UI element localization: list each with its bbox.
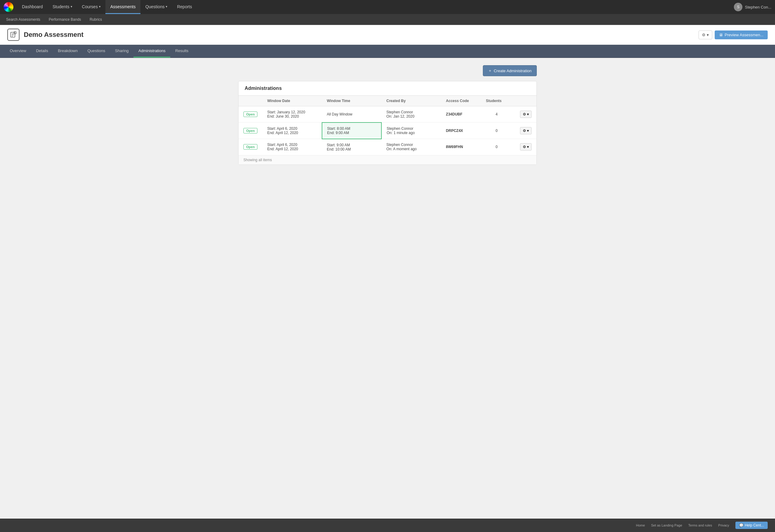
avatar: S	[734, 3, 742, 11]
table-header-row: Window Date Window Time Created By Acces…	[238, 96, 537, 106]
col-status	[238, 96, 262, 106]
nav-right: S Stephen Con...	[734, 0, 771, 14]
table-row: Open Start: April 6, 2020End: April 12, …	[238, 122, 537, 139]
footer-landing-page-link[interactable]: Set as Landing Page	[651, 523, 682, 527]
window-time-cell: Start: 9:00 AMEnd: 10:00 AM	[322, 139, 382, 155]
user-menu[interactable]: S Stephen Con...	[734, 3, 771, 11]
tab-results[interactable]: Results	[170, 45, 193, 58]
footer-home-link[interactable]: Home	[636, 523, 645, 527]
footer-privacy-link[interactable]: Privacy	[718, 523, 729, 527]
window-date-cell: Start: April 6, 2020End: April 12, 2020	[262, 139, 322, 155]
status-cell: Open	[238, 122, 262, 139]
table-card-header: Administrations	[238, 81, 537, 96]
created-by-cell: Stephen ConnorOn: Jan 12, 2020	[381, 106, 441, 122]
page-title-area: Demo Assessment	[7, 29, 83, 41]
page-title: Demo Assessment	[24, 31, 83, 39]
access-code-cell: 8W69FHN	[441, 139, 481, 155]
created-by-cell: Stephen ConnorOn: A moment ago	[381, 139, 441, 155]
window-time-cell: All Day Window	[322, 106, 382, 122]
window-time-highlighted-cell: Start: 8:00 AMEnd: 9:00 AM	[322, 122, 382, 139]
actions-cell: ⚙ ▾	[512, 106, 537, 122]
col-created-by: Created By	[381, 96, 441, 106]
page-header: Demo Assessment ⚙ ▾ 🖥 Preview Assessmen.…	[0, 25, 775, 45]
chat-icon: 💬	[739, 523, 744, 527]
tab-administrations[interactable]: Administrations	[133, 45, 170, 58]
chevron-down-icon: ▾	[527, 145, 529, 149]
footer-terms-link[interactable]: Terms and rules	[688, 523, 712, 527]
col-actions	[512, 96, 537, 106]
assessment-icon	[7, 29, 19, 41]
created-by-cell: Stephen ConnorOn: 1 minute ago	[381, 122, 441, 139]
chevron-down-icon: ▾	[166, 5, 167, 8]
col-window-time: Window Time	[322, 96, 382, 106]
nav-assessments[interactable]: Assessments	[105, 0, 140, 14]
monitor-icon: 🖥	[719, 33, 723, 37]
row-actions-button[interactable]: ⚙ ▾	[520, 143, 532, 150]
chevron-down-icon: ▾	[527, 129, 529, 133]
content-wrapper: ＋ Create Administration Administrations …	[238, 65, 537, 165]
col-students: Students	[481, 96, 512, 106]
create-button-row: ＋ Create Administration	[238, 65, 537, 76]
showing-all-label: Showing all items	[238, 155, 537, 164]
chevron-down-icon: ▾	[527, 112, 529, 116]
status-cell: Open	[238, 106, 262, 122]
subnav-rubrics[interactable]: Rubrics	[88, 17, 103, 22]
gear-settings-button[interactable]: ⚙ ▾	[699, 30, 712, 39]
tab-bar: Overview Details Breakdown Questions Sha…	[0, 45, 775, 58]
administrations-table: Window Date Window Time Created By Acces…	[238, 96, 537, 155]
gear-icon: ⚙	[523, 129, 526, 133]
window-date-cell: Start: April 6, 2020End: April 12, 2020	[262, 122, 322, 139]
chevron-down-icon: ▾	[99, 5, 100, 8]
table-row: Open Start: January 12, 2020End: June 30…	[238, 106, 537, 122]
actions-cell: ⚙ ▾	[512, 122, 537, 139]
help-center-button[interactable]: 💬 Help Cent...	[735, 522, 768, 529]
open-badge: Open	[243, 144, 257, 150]
tab-breakdown[interactable]: Breakdown	[53, 45, 83, 58]
table-title: Administrations	[245, 86, 282, 91]
logo-circle	[4, 2, 13, 12]
window-date-cell: Start: January 12, 2020End: June 30, 202…	[262, 106, 322, 122]
students-cell: 0	[481, 139, 512, 155]
gear-icon: ⚙	[702, 33, 706, 37]
col-window-date: Window Date	[262, 96, 322, 106]
access-code-cell: Z34DUBF	[441, 106, 481, 122]
main-content: ＋ Create Administration Administrations …	[0, 58, 775, 519]
subnav-search-assessments[interactable]: Search Assessments	[5, 17, 41, 22]
students-cell: 4	[481, 106, 512, 122]
app-logo[interactable]	[4, 0, 13, 14]
preview-assessment-button[interactable]: 🖥 Preview Assessmen...	[715, 30, 768, 39]
subnav-performance-bands[interactable]: Performance Bands	[48, 17, 82, 22]
nav-dashboard[interactable]: Dashboard	[17, 0, 48, 14]
gear-icon: ⚙	[523, 145, 526, 149]
sub-navigation: Search Assessments Performance Bands Rub…	[0, 14, 775, 25]
create-administration-button[interactable]: ＋ Create Administration	[483, 65, 537, 76]
nav-courses[interactable]: Courses ▾	[77, 0, 105, 14]
tab-questions[interactable]: Questions	[83, 45, 110, 58]
top-navigation: Dashboard Students ▾ Courses ▾ Assessmen…	[0, 0, 775, 14]
nav-reports[interactable]: Reports	[172, 0, 197, 14]
gear-dropdown-arrow: ▾	[707, 33, 709, 37]
plus-icon: ＋	[488, 68, 492, 73]
nav-items: Dashboard Students ▾ Courses ▾ Assessmen…	[17, 0, 734, 14]
students-cell: 0	[481, 122, 512, 139]
administrations-table-card: Administrations Window Date Window Time …	[238, 81, 537, 165]
actions-cell: ⚙ ▾	[512, 139, 537, 155]
col-access-code: Access Code	[441, 96, 481, 106]
tab-sharing[interactable]: Sharing	[110, 45, 134, 58]
open-badge: Open	[243, 111, 257, 117]
table-row: Open Start: April 6, 2020End: April 12, …	[238, 139, 537, 155]
tab-details[interactable]: Details	[31, 45, 53, 58]
access-code-cell: DRPCZ4X	[441, 122, 481, 139]
footer: Home Set as Landing Page Terms and rules…	[0, 519, 775, 532]
open-badge: Open	[243, 128, 257, 133]
header-actions: ⚙ ▾ 🖥 Preview Assessmen...	[699, 30, 768, 39]
gear-icon: ⚙	[523, 112, 526, 116]
nav-students[interactable]: Students ▾	[48, 0, 77, 14]
nav-questions[interactable]: Questions ▾	[140, 0, 172, 14]
status-cell: Open	[238, 139, 262, 155]
chevron-down-icon: ▾	[71, 5, 72, 8]
tab-overview[interactable]: Overview	[5, 45, 31, 58]
row-actions-button[interactable]: ⚙ ▾	[520, 111, 532, 118]
user-name: Stephen Con...	[745, 5, 771, 9]
row-actions-button[interactable]: ⚙ ▾	[520, 127, 532, 134]
